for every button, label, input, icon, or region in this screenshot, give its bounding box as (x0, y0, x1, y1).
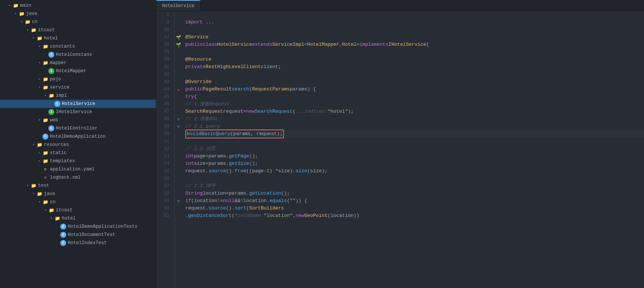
tree-item-java2[interactable]: ▾📁java (0, 190, 156, 198)
gutter-marker: 🌱 (175, 33, 182, 41)
code-line: public class HotelService extends Servic… (185, 41, 644, 48)
tree-item-web[interactable]: ▾📁web (0, 116, 156, 124)
tree-item-hotelservice[interactable]: CHotelService (0, 100, 156, 108)
tree-item-service[interactable]: ▾📁service (0, 83, 156, 92)
line-number: 37 (156, 33, 172, 41)
tree-item-resources[interactable]: ▾📁resources (0, 141, 156, 149)
gutter-marker (175, 78, 182, 86)
chevron-down-icon[interactable]: ▾ (7, 3, 12, 8)
tree-item-templates[interactable]: ▸📁templates (0, 157, 156, 165)
tree-item-hoteldoc[interactable]: CHotelDocumentTest (0, 231, 156, 239)
code-lines[interactable]: import ... @Servicepublic class HotelSer… (182, 11, 644, 288)
code-line: String location = params.getLocation(); (185, 190, 644, 197)
java-interface-icon: I (48, 68, 54, 74)
code-line: @Service (185, 33, 644, 41)
tree-item-itcast2[interactable]: ▾📁itcast (0, 206, 156, 214)
tree-item-hoteldemo[interactable]: CHotelDemoApplication (0, 132, 156, 141)
code-line (185, 26, 644, 33)
gutter-marker (175, 11, 182, 19)
folder-icon: 📁 (36, 142, 42, 148)
chevron-down-icon[interactable]: ▾ (31, 36, 36, 41)
tree-item-label: HotelIndexTest (68, 240, 107, 246)
tree-item-test[interactable]: ▾📁test (0, 182, 156, 190)
code-line (185, 175, 644, 182)
gutter-marker (175, 138, 182, 145)
chevron-down-icon[interactable]: ▾ (25, 183, 30, 188)
tree-item-label: HotelMapper (56, 68, 87, 74)
chevron-down-icon[interactable]: ▾ (37, 85, 42, 90)
code-line: // 2.3.排序 (185, 182, 644, 190)
tree-item-label: templates (50, 159, 75, 164)
gutter-marker: ▽ (175, 115, 182, 123)
tree-item-hotelmapper[interactable]: IHotelMapper (0, 67, 156, 75)
tree-item-label: cn (50, 199, 55, 205)
code-line: .geoDistanceSort( fieldName: "location",… (185, 212, 644, 220)
code-line: request.source().from((page - 1) * size)… (185, 167, 644, 175)
tree-item-hotelconstans[interactable]: CHotelConstans (0, 51, 156, 59)
folder-icon: 📁 (42, 76, 48, 82)
tree-item-ihotelservice[interactable]: IIHotelService (0, 108, 156, 116)
yaml-file-icon: ⚙ (42, 166, 48, 172)
tree-item-logback[interactable]: ⚙logback.xml (0, 173, 156, 182)
tree-item-java[interactable]: ▾📁java (0, 10, 156, 18)
chevron-down-icon[interactable]: ▾ (13, 12, 18, 16)
chevron-right-icon[interactable]: ▸ (37, 151, 42, 155)
tree-item-hotelcontroller[interactable]: CHotelController (0, 124, 156, 132)
gutter-marker (175, 190, 182, 197)
chevron-down-icon[interactable]: ▾ (37, 118, 42, 122)
tree-item-label: mapper (50, 60, 67, 65)
java-class-icon: C (60, 232, 66, 238)
java-interface-icon: I (48, 109, 54, 115)
gutter-marker (175, 205, 182, 212)
tree-item-static[interactable]: ▸📁static (0, 149, 156, 157)
gutter-marker (175, 175, 182, 182)
tree-item-constants[interactable]: ▾📁constants (0, 42, 156, 51)
tree-item-label: pojo (50, 77, 61, 82)
chevron-down-icon[interactable]: ▾ (31, 192, 36, 196)
tree-item-cn2[interactable]: ▾📁cn (0, 198, 156, 206)
code-line: import ... (185, 19, 644, 26)
line-number: 57 (156, 182, 172, 190)
chevron-down-icon[interactable]: ▾ (19, 20, 24, 24)
chevron-down-icon[interactable]: ▾ (25, 28, 30, 32)
tree-item-hoteldemoapp[interactable]: CHotelDemoApplicationTests (0, 223, 156, 231)
tree-item-itcast[interactable]: ▾📁itcast (0, 26, 156, 34)
line-number: 54 (156, 160, 172, 167)
chevron-down-icon[interactable]: ▾ (37, 200, 42, 204)
chevron-down-icon[interactable]: ▾ (37, 44, 42, 49)
line-number: 39 (156, 48, 172, 56)
folder-icon: 📁 (42, 199, 48, 205)
line-number: 53 (156, 153, 172, 160)
tab-hotelservice[interactable]: HotelService (156, 0, 201, 11)
chevron-down-icon[interactable]: ▾ (37, 61, 42, 65)
line-number: 38 (156, 41, 172, 48)
line-number: 49 (156, 123, 172, 130)
code-line (185, 11, 644, 19)
tree-item-main[interactable]: ▾📁main (0, 1, 156, 10)
line-number: 43 (156, 78, 172, 86)
tree-item-mapper[interactable]: ▾📁mapper (0, 59, 156, 67)
chevron-down-icon[interactable]: ▾ (31, 143, 36, 147)
tree-item-hotel2[interactable]: ▾📁hotel (0, 214, 156, 223)
line-number: 44 (156, 86, 172, 93)
tree-item-label: logback.xml (50, 175, 81, 180)
tree-item-pojo[interactable]: ▸📁pojo (0, 75, 156, 83)
java-class-icon: C (60, 224, 66, 230)
chevron-down-icon[interactable]: ▾ (43, 208, 48, 212)
gutter-marker (175, 48, 182, 56)
tree-item-hotel[interactable]: ▾📁hotel (0, 34, 156, 42)
tree-item-hotelindex[interactable]: CHotelIndexTest (0, 239, 156, 247)
gutter-marker: 🌱 (175, 41, 182, 48)
tree-item-impl[interactable]: ▾📁impl (0, 92, 156, 100)
tree-item-cn[interactable]: ▾📁cn (0, 18, 156, 26)
line-number: 46 (156, 100, 172, 108)
chevron-right-icon[interactable]: ▸ (37, 77, 42, 81)
tree-item-label: java (26, 11, 37, 16)
tree-item-label: service (50, 85, 70, 90)
chevron-down-icon[interactable]: ▾ (49, 216, 54, 221)
tree-item-application[interactable]: ⚙application.yaml (0, 165, 156, 173)
chevron-down-icon[interactable]: ▾ (43, 93, 48, 98)
tree-item-label: hotel (44, 36, 58, 41)
code-line: int page = params.getPage(); (185, 153, 644, 160)
chevron-right-icon[interactable]: ▸ (37, 159, 42, 163)
